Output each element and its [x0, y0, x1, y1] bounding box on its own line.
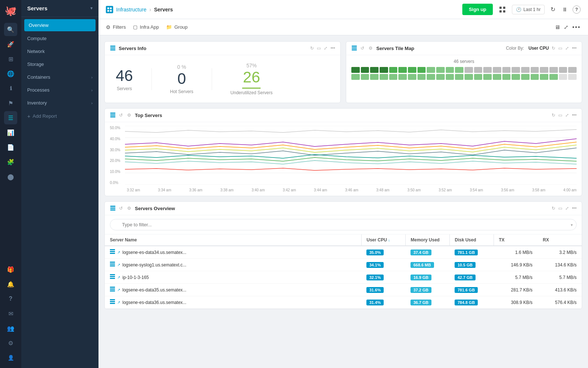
- gear-rail-icon[interactable]: ⚙: [4, 336, 17, 350]
- flag-rail-icon[interactable]: ⚑: [4, 96, 17, 110]
- info-more-icon[interactable]: •••: [330, 46, 335, 51]
- tilemap-expand-icon[interactable]: ⤢: [565, 46, 569, 51]
- search-rail-icon[interactable]: 🔍: [4, 23, 17, 36]
- filter-dropdown-icon[interactable]: ▾: [571, 222, 573, 227]
- info-rail-icon[interactable]: ℹ: [4, 82, 17, 95]
- tilemap-minimize-icon[interactable]: ▭: [558, 46, 562, 51]
- tile-map-filter-icon[interactable]: ⚙: [368, 45, 373, 51]
- servers-overview-header-icons: ↺ ⚙: [110, 205, 132, 211]
- overview-cycle-icon[interactable]: ↺: [118, 205, 124, 211]
- overview-more-icon[interactable]: •••: [572, 206, 577, 211]
- sidebar-item-processes[interactable]: Processes ›: [21, 84, 98, 96]
- circle-rail-icon[interactable]: ⬤: [4, 170, 17, 183]
- th-memory-used[interactable]: Memory Used: [405, 234, 449, 246]
- group-button[interactable]: 📁 Group: [166, 24, 187, 30]
- monitor-icon[interactable]: 🖥: [555, 24, 560, 31]
- svg-rect-14: [110, 113, 115, 114]
- refresh-button[interactable]: ↻: [549, 6, 556, 13]
- overview-filter-icon[interactable]: ⚙: [126, 205, 132, 211]
- top-servers-filter-icon[interactable]: ⚙: [126, 112, 132, 118]
- app-logo[interactable]: 🐙: [4, 4, 18, 18]
- bell-rail-icon[interactable]: 🔔: [4, 277, 17, 291]
- svg-rect-15: [110, 114, 115, 116]
- x-axis-label: 3:48 am: [376, 188, 390, 192]
- server-table-icon: [110, 262, 115, 268]
- x-axis-label: 3:32 am: [127, 188, 140, 192]
- td-cpu: 35.0%: [361, 246, 405, 259]
- sidebar-item-storage[interactable]: Storage: [21, 58, 98, 71]
- server-link-icon[interactable]: ↗: [117, 250, 120, 254]
- infra-app-button[interactable]: ▢ Infra App: [133, 24, 159, 30]
- sidebar-item-inventory[interactable]: Inventory ›: [21, 96, 98, 109]
- top-servers-cycle-icon[interactable]: ↺: [118, 112, 124, 118]
- time-range-button[interactable]: 🕐 Last 1 hr: [512, 5, 545, 14]
- sidebar-chevron-icon[interactable]: ▾: [90, 6, 93, 11]
- y-axis-labels: 50.0%40.0%30.0%20.0%10.0%0.0%: [110, 126, 120, 185]
- sidebar-item-add-report[interactable]: + Add Report: [21, 109, 98, 123]
- svg-rect-8: [110, 46, 115, 47]
- sidebar-item-containers[interactable]: Containers ›: [21, 71, 98, 84]
- sidebar-item-compute[interactable]: Compute: [21, 32, 98, 45]
- top-servers-expand-icon[interactable]: ⤢: [565, 113, 569, 118]
- disk-badge: 781.1 GB: [455, 250, 478, 255]
- puzzle-rail-icon[interactable]: 🧩: [4, 155, 17, 169]
- overview-refresh-icon[interactable]: ↻: [552, 206, 555, 211]
- server-table-icon: [110, 287, 115, 293]
- overview-expand-icon[interactable]: ⤢: [565, 206, 569, 211]
- server-link-icon[interactable]: ↗: [117, 288, 120, 292]
- expand-icon[interactable]: ⤢: [564, 24, 569, 31]
- info-refresh-icon[interactable]: ↻: [310, 46, 314, 51]
- tile-map-refresh-small-icon[interactable]: ↺: [359, 45, 365, 51]
- server-link-icon[interactable]: ↗: [117, 275, 120, 279]
- sort-arrow-cpu: ↓: [388, 238, 390, 242]
- pages-rail-icon[interactable]: 📄: [4, 141, 17, 154]
- gift-rail-icon[interactable]: 🎁: [4, 263, 17, 276]
- server-link-icon[interactable]: ↗: [117, 263, 120, 267]
- mail-rail-icon[interactable]: ✉: [4, 307, 17, 320]
- infra-app-label: Infra App: [140, 24, 159, 30]
- th-disk-used[interactable]: Disk Used: [449, 234, 494, 246]
- info-expand-icon[interactable]: ⤢: [324, 46, 327, 51]
- pause-button[interactable]: ⏸: [561, 6, 568, 13]
- th-server-name[interactable]: Server Name: [105, 234, 361, 246]
- globe-rail-icon[interactable]: 🌐: [4, 67, 17, 80]
- question-rail-icon[interactable]: ?: [4, 292, 17, 305]
- sidebar-item-network[interactable]: Network: [21, 45, 98, 58]
- sidebar-item-overview[interactable]: Overview: [24, 19, 96, 31]
- icon-rail: 🐙 🔍 🚀 ⊞ 🌐 ℹ ⚑ ☰ 📊 📄 🧩 ⬤ 🎁 🔔 ? ✉ 👥 ⚙ 👤: [0, 0, 21, 368]
- tilemap-more-icon[interactable]: •••: [572, 46, 577, 51]
- server-link-icon[interactable]: ↗: [117, 300, 120, 304]
- td-memory: 37.2 GB: [405, 284, 449, 296]
- rocket-rail-icon[interactable]: 🚀: [4, 38, 17, 51]
- team-rail-icon[interactable]: 👥: [4, 322, 17, 335]
- memory-badge: 16.9 GB: [410, 275, 431, 280]
- top-servers-minimize-icon[interactable]: ▭: [558, 113, 562, 118]
- th-user-cpu[interactable]: User CPU ↓: [361, 234, 405, 246]
- reports-rail-icon[interactable]: ☰: [4, 111, 17, 124]
- breadcrumb-link[interactable]: Infrastructure: [116, 7, 146, 13]
- sidebar-title: Servers: [27, 5, 47, 11]
- overview-minimize-icon[interactable]: ▭: [558, 206, 562, 211]
- chart-rail-icon[interactable]: 📊: [4, 126, 17, 139]
- more-options-icon[interactable]: •••: [572, 24, 581, 31]
- filterbar-actions: 🖥 ⤢ •••: [555, 24, 581, 31]
- disk-badge: 781.6 GB: [455, 287, 478, 293]
- svg-rect-2: [107, 10, 109, 12]
- help-button[interactable]: ?: [573, 6, 581, 14]
- user-avatar[interactable]: 👤: [4, 351, 17, 364]
- svg-rect-37: [110, 290, 115, 291]
- th-rx[interactable]: RX: [538, 234, 582, 246]
- tilemap-refresh-icon[interactable]: ↻: [552, 46, 555, 51]
- th-tx[interactable]: TX: [494, 234, 538, 246]
- servers-info-title: Servers Info: [119, 46, 307, 51]
- grid-rail-icon[interactable]: ⊞: [4, 52, 17, 66]
- filters-button[interactable]: ⚙ Filters: [106, 24, 126, 30]
- dashboard-grid-icon[interactable]: [499, 6, 506, 13]
- info-minimize-icon[interactable]: ▭: [317, 46, 321, 51]
- top-servers-more-icon[interactable]: •••: [572, 113, 577, 118]
- table-filter-input[interactable]: [110, 219, 577, 230]
- signup-button[interactable]: Sign up: [462, 4, 493, 15]
- top-servers-header: ↺ ⚙ Top Servers ↻ ▭ ⤢ •••: [105, 109, 582, 122]
- cpu-badge: 31.4%: [366, 300, 384, 305]
- top-servers-refresh-icon[interactable]: ↻: [552, 113, 555, 118]
